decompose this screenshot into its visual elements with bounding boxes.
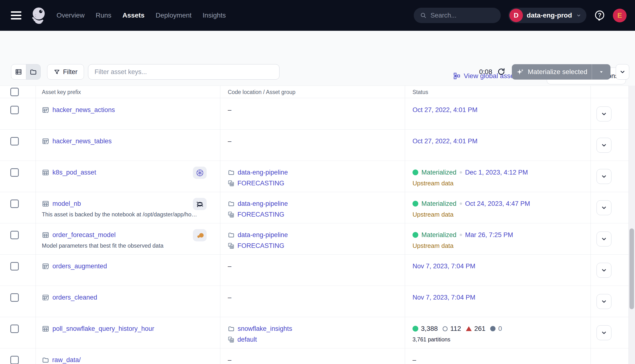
asset-link[interactable]: k8s_pod_asset [53, 169, 96, 176]
table-row: hacker_news_tables – Oct 27, 2022, 4:01 … [0, 130, 628, 161]
dagster-logo-icon[interactable] [28, 4, 48, 27]
status-date-link[interactable]: Nov 7, 2023, 7:04 PM [412, 262, 475, 270]
svg-text:?: ? [598, 12, 601, 18]
folder-icon [42, 356, 49, 364]
row-checkbox[interactable] [10, 231, 19, 239]
folder-view-toggle[interactable] [26, 64, 41, 79]
code-location-link[interactable]: snowflake_insights [238, 325, 292, 332]
sparkle-icon [516, 68, 524, 76]
status-date-link[interactable]: Mar 26, 7:25 PM [465, 231, 513, 239]
upstream-data-link[interactable]: Upstream data [412, 180, 454, 187]
asset-link[interactable]: orders_cleaned [53, 294, 97, 301]
status-date-link[interactable]: Nov 7, 2023, 7:04 PM [412, 294, 475, 301]
asset-link[interactable]: raw_data/ [52, 356, 81, 364]
upstream-data-link[interactable]: Upstream data [412, 211, 454, 218]
row-checkbox[interactable] [10, 262, 19, 270]
empty-location: – [228, 356, 231, 364]
nav-item-runs[interactable]: Runs [96, 12, 111, 19]
asset-group-link[interactable]: FORECASTING [237, 242, 284, 250]
asset-prefix-table-icon [42, 138, 49, 145]
empty-location: – [228, 262, 231, 270]
row-expand-button[interactable] [596, 138, 611, 153]
asset-link[interactable]: orders_augmented [53, 262, 107, 270]
materialize-selected-button[interactable]: Materialize selected [512, 64, 610, 80]
filter-button[interactable]: Filter [47, 64, 84, 80]
materialize-button-label: Materialize selected [528, 68, 587, 76]
status-label: Materialized [421, 169, 456, 176]
table-row: orders_augmented – Nov 7, 2023, 7:04 PM [0, 254, 628, 286]
row-checkbox[interactable] [10, 106, 19, 114]
row-expand-button[interactable] [596, 232, 611, 246]
other-count: 0 [490, 325, 502, 332]
nav-item-overview[interactable]: Overview [57, 12, 85, 19]
global-search[interactable]: / [414, 8, 501, 23]
asset-link[interactable]: order_forecast_model [53, 231, 116, 239]
folder-icon [30, 68, 37, 76]
column-divider [590, 86, 591, 364]
flat-view-toggle[interactable] [11, 64, 26, 79]
asset-link[interactable]: hacker_news_tables [53, 138, 112, 145]
asset-description: This asset is backed by the notebook at … [42, 210, 197, 218]
scrollbar-thumb[interactable] [629, 228, 634, 309]
partitions-count: 3,761 partitions [412, 336, 450, 343]
row-checkbox[interactable] [10, 293, 19, 302]
row-expand-button[interactable] [596, 325, 611, 340]
separator-dot [460, 171, 462, 174]
row-checkbox[interactable] [10, 200, 19, 208]
table-row: k8s_pod_asset data-eng-pipeline [0, 161, 628, 192]
asset-link[interactable]: model_nb [53, 200, 81, 208]
asset-group-link[interactable]: FORECASTING [237, 180, 284, 187]
asset-prefix-table-icon [42, 262, 49, 270]
status-label: Materialized [421, 200, 456, 208]
failed-count: 261 [466, 325, 486, 332]
asset-link[interactable]: hacker_news_actions [53, 106, 115, 114]
table-header: Asset key prefix Code location / Asset g… [0, 86, 628, 98]
status-date-link[interactable]: Oct 24, 2023, 4:47 PM [465, 200, 530, 208]
code-location-link[interactable]: data-eng-pipeline [238, 169, 288, 176]
code-location-link[interactable]: data-eng-pipeline [238, 200, 288, 208]
materialized-count: 3,388 [412, 325, 438, 332]
nav-item-insights[interactable]: Insights [203, 12, 226, 19]
nav-item-deployment[interactable]: Deployment [156, 12, 192, 19]
table-row: hacker_news_actions – Oct 27, 2022, 4:01… [0, 98, 628, 130]
code-location-link[interactable]: data-eng-pipeline [238, 231, 288, 239]
search-input[interactable] [431, 12, 516, 19]
asset-link[interactable]: poll_snowflake_query_history_hour [53, 325, 154, 332]
row-checkbox[interactable] [10, 324, 19, 333]
top-nav: Overview Runs Assets Deployment Insights… [0, 0, 635, 31]
funnel-icon [54, 69, 60, 75]
scrollbar-track [629, 86, 635, 364]
materialized-status-dot [412, 201, 418, 206]
help-icon[interactable]: ? [594, 10, 605, 21]
deployment-switcher[interactable]: D data-eng-prod [508, 8, 586, 23]
status-date-link[interactable]: Oct 27, 2022, 4:01 PM [412, 138, 477, 145]
asset-table-icon [42, 200, 49, 208]
status-date-link[interactable]: Oct 27, 2022, 4:01 PM [412, 106, 477, 114]
row-expand-button[interactable] [596, 169, 611, 184]
nav-items: Overview Runs Assets Deployment Insights [57, 12, 226, 19]
row-checkbox[interactable] [10, 168, 19, 177]
row-checkbox[interactable] [10, 356, 19, 364]
more-actions-button[interactable] [616, 64, 629, 80]
row-expand-button[interactable] [596, 294, 611, 309]
noteable-icon [193, 229, 207, 242]
row-expand-button[interactable] [596, 200, 611, 215]
refresh-icon[interactable] [497, 67, 506, 76]
separator-dot [460, 202, 462, 205]
nav-item-assets[interactable]: Assets [123, 12, 145, 19]
row-expand-button[interactable] [596, 106, 611, 122]
materialize-dropdown-arrow[interactable] [592, 64, 610, 80]
asset-group-link[interactable]: default [237, 336, 257, 343]
row-checkbox[interactable] [10, 137, 19, 146]
separator-dot [460, 234, 462, 236]
search-icon [420, 12, 427, 19]
chevron-down-icon [576, 12, 581, 18]
upstream-data-link[interactable]: Upstream data [412, 242, 454, 250]
menu-icon[interactable] [11, 11, 22, 20]
select-all-checkbox[interactable] [10, 88, 19, 96]
user-avatar[interactable]: E [613, 9, 626, 22]
filter-asset-keys-input[interactable] [88, 64, 280, 80]
row-expand-button[interactable] [596, 263, 611, 278]
status-date-link[interactable]: Dec 1, 2023, 4:12 PM [465, 169, 528, 176]
asset-group-link[interactable]: FORECASTING [237, 211, 284, 218]
